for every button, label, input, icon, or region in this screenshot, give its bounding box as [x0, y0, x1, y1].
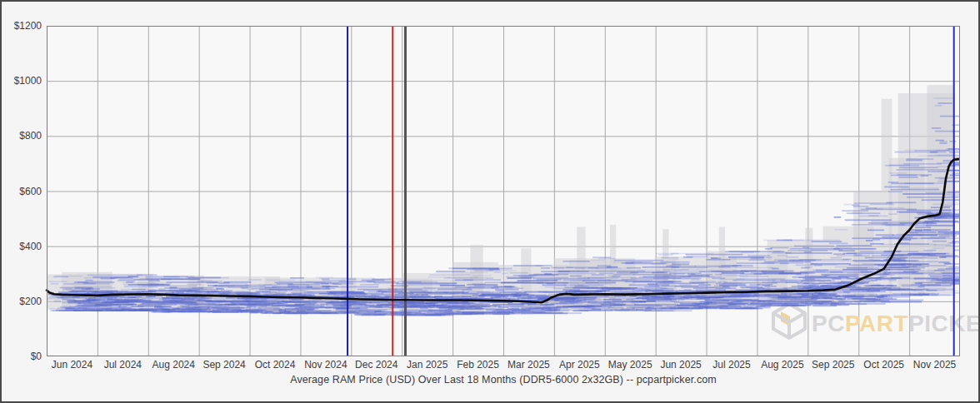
svg-text:Sep 2025: Sep 2025: [812, 359, 855, 371]
x-axis-labels: Jun 2024Jul 2024Aug 2024Sep 2024Oct 2024…: [52, 359, 957, 371]
svg-text:Jun 2024: Jun 2024: [52, 359, 93, 371]
svg-text:Jul 2025: Jul 2025: [712, 359, 751, 371]
ram-price-chart: PCPARTPICKER $0$200$400$600$800$1000$120…: [0, 0, 980, 403]
svg-text:Mar 2025: Mar 2025: [508, 359, 550, 371]
svg-text:$400: $400: [19, 241, 42, 252]
svg-text:$1000: $1000: [14, 75, 42, 87]
svg-text:Oct 2025: Oct 2025: [863, 359, 904, 371]
svg-text:Sep 2024: Sep 2024: [202, 359, 246, 371]
chart-frame: PCPARTPICKER $0$200$400$600$800$1000$120…: [0, 0, 980, 403]
svg-text:Aug 2025: Aug 2025: [761, 359, 804, 371]
svg-text:$0: $0: [31, 351, 42, 362]
svg-text:$1200: $1200: [14, 20, 42, 32]
y-axis-labels: $0$200$400$600$800$1000$1200: [14, 20, 42, 362]
svg-text:Apr 2025: Apr 2025: [559, 359, 600, 371]
svg-text:$200: $200: [19, 296, 42, 307]
svg-text:Nov 2024: Nov 2024: [304, 359, 348, 371]
svg-text:Jan 2025: Jan 2025: [407, 359, 448, 371]
svg-text:Jun 2025: Jun 2025: [660, 359, 702, 371]
svg-text:Nov 2025: Nov 2025: [913, 359, 957, 371]
watermark-wordmark: PCPARTPICKER: [812, 311, 980, 336]
svg-text:$800: $800: [19, 130, 42, 142]
svg-text:Dec 2024: Dec 2024: [355, 359, 398, 371]
svg-text:Oct 2024: Oct 2024: [255, 359, 296, 371]
chart-title: Average RAM Price (USD) Over Last 18 Mon…: [47, 374, 960, 386]
svg-text:Jul 2024: Jul 2024: [104, 359, 142, 371]
svg-text:$600: $600: [19, 186, 42, 197]
svg-text:Feb 2025: Feb 2025: [457, 359, 499, 371]
svg-text:Aug 2024: Aug 2024: [152, 359, 196, 371]
svg-text:May 2025: May 2025: [608, 359, 652, 371]
